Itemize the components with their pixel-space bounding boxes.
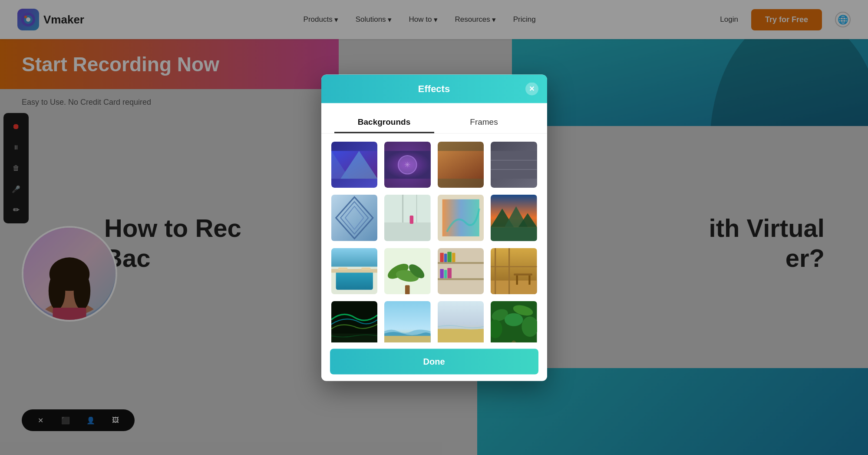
svg-rect-68: [528, 275, 530, 284]
modal-title: Effects: [343, 83, 525, 94]
svg-rect-50: [405, 285, 410, 294]
svg-rect-66: [514, 273, 532, 275]
modal-header: Effects ✕: [321, 74, 547, 103]
svg-rect-56: [447, 252, 452, 262]
svg-rect-54: [440, 252, 444, 262]
svg-rect-74: [438, 329, 484, 342]
bg-item-7[interactable]: [489, 193, 538, 242]
bg-item-13[interactable]: [383, 300, 432, 342]
background-grid: ✳: [330, 140, 538, 342]
modal-close-button[interactable]: ✕: [525, 82, 538, 95]
bg-item-12[interactable]: [330, 300, 379, 342]
svg-rect-45: [361, 267, 370, 269]
svg-rect-72: [384, 335, 431, 342]
svg-rect-20: [438, 150, 484, 178]
svg-text:✳: ✳: [404, 160, 410, 169]
svg-rect-32: [410, 215, 414, 223]
svg-rect-57: [452, 252, 455, 262]
bg-item-3[interactable]: [489, 140, 538, 189]
svg-rect-44: [338, 267, 347, 269]
effects-modal: Effects ✕ Backgrounds Frames: [321, 74, 547, 381]
modal-tabs: Backgrounds Frames: [321, 103, 547, 133]
svg-rect-42: [336, 271, 373, 289]
bg-item-5[interactable]: [383, 193, 432, 242]
svg-rect-53: [438, 278, 484, 279]
svg-point-78: [505, 313, 523, 326]
svg-rect-58: [440, 269, 444, 278]
bg-item-8[interactable]: [330, 246, 379, 296]
bg-item-4[interactable]: [330, 193, 379, 242]
tab-backgrounds[interactable]: Backgrounds: [334, 112, 434, 133]
svg-rect-52: [438, 262, 484, 263]
bg-item-9[interactable]: [383, 246, 432, 296]
bg-item-6[interactable]: [436, 193, 485, 242]
svg-rect-39: [491, 227, 537, 241]
svg-rect-43: [331, 269, 378, 272]
bg-item-0[interactable]: [330, 140, 379, 189]
modal-body: ✳: [321, 133, 547, 342]
bg-item-11[interactable]: [489, 246, 538, 296]
bg-item-10[interactable]: [436, 246, 485, 296]
bg-item-2[interactable]: [436, 140, 485, 189]
done-button[interactable]: Done: [330, 349, 538, 374]
svg-rect-41: [331, 248, 378, 266]
modal-footer: Done: [321, 342, 547, 381]
svg-rect-60: [447, 268, 452, 278]
svg-rect-59: [444, 269, 446, 278]
svg-rect-21: [491, 150, 537, 178]
svg-rect-55: [444, 253, 446, 262]
svg-rect-67: [516, 275, 518, 284]
tab-frames[interactable]: Frames: [434, 112, 534, 133]
bg-item-14[interactable]: [436, 300, 485, 342]
bg-item-15[interactable]: [489, 300, 538, 342]
bg-item-1[interactable]: ✳: [383, 140, 432, 189]
svg-rect-29: [384, 222, 431, 241]
